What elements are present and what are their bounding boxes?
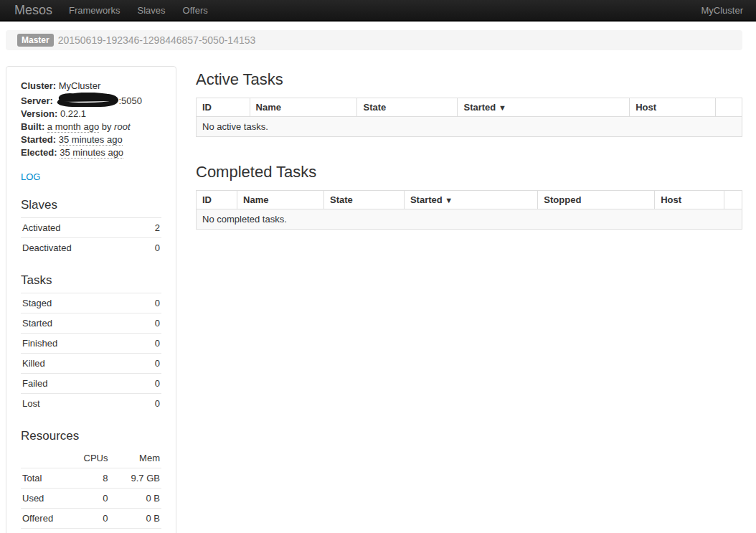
tasks-staged-label: Staged <box>21 293 137 313</box>
slaves-deactivated-value: 0 <box>143 238 161 258</box>
completed-col-started[interactable]: Started ▼ <box>404 191 537 209</box>
table-row: Deactivated 0 <box>21 238 161 258</box>
resources-total-cpus: 8 <box>80 468 109 489</box>
slaves-activated-label: Activated <box>21 218 143 238</box>
active-col-id[interactable]: ID <box>197 98 250 117</box>
version-value: 0.22.1 <box>60 108 86 119</box>
tasks-table: Staged 0 Started 0 Finished 0 Killed 0 F… <box>21 293 161 413</box>
tasks-lost-value: 0 <box>137 394 161 414</box>
resources-idle-label: Idle <box>21 529 80 533</box>
table-row: Activated 2 <box>21 218 161 238</box>
slaves-activated-value: 2 <box>143 218 161 238</box>
table-row: Idle 8 9.7 GB <box>21 529 161 533</box>
tasks-lost-label: Lost <box>21 394 137 414</box>
built-info-line: Built: a month ago by root <box>21 121 161 133</box>
elected-label: Elected: <box>21 147 57 158</box>
active-tasks-title: Active Tasks <box>196 70 742 89</box>
resources-used-mem: 0 B <box>109 489 161 509</box>
slaves-deactivated-label: Deactivated <box>21 238 143 258</box>
table-row: Failed 0 <box>21 374 161 394</box>
master-badge: Master <box>17 34 54 47</box>
sidebar-panel: Cluster: MyCluster Server: :5050 Version… <box>6 66 176 533</box>
completed-col-host[interactable]: Host <box>655 191 724 209</box>
table-row: Total 8 9.7 GB <box>21 468 161 489</box>
server-address-redaction-scribble <box>55 93 118 107</box>
completed-col-id[interactable]: ID <box>197 191 237 209</box>
sort-desc-icon: ▼ <box>499 103 506 112</box>
tasks-section-title: Tasks <box>21 273 161 288</box>
active-col-state[interactable]: State <box>357 98 458 117</box>
resources-section-title: Resources <box>21 429 161 443</box>
tasks-started-value: 0 <box>137 313 161 334</box>
cluster-value: MyCluster <box>59 80 101 91</box>
navbar: Mesos Frameworks Slaves Offers MyCluster <box>0 0 756 22</box>
tasks-started-label: Started <box>21 313 137 334</box>
active-tasks-table: ID Name State Started ▼ Host No active t… <box>196 98 742 137</box>
brand-mesos[interactable]: Mesos <box>14 0 52 21</box>
elected-value: 35 minutes ago <box>60 147 123 159</box>
resources-header-cpus: CPUs <box>80 448 109 468</box>
built-label: Built: <box>21 121 44 132</box>
completed-col-state[interactable]: State <box>324 191 405 209</box>
version-info-line: Version: 0.22.1 <box>21 108 161 121</box>
resources-idle-mem: 9.7 GB <box>109 529 161 533</box>
resources-idle-cpus: 8 <box>80 529 109 533</box>
version-label: Version: <box>21 108 57 119</box>
built-time: a month ago <box>47 121 99 133</box>
tasks-killed-label: Killed <box>21 354 137 374</box>
cluster-info-line: Cluster: MyCluster <box>21 80 161 93</box>
nav-slaves[interactable]: Slaves <box>138 5 166 16</box>
completed-tasks-empty-message: No completed tasks. <box>197 209 742 230</box>
active-col-started[interactable]: Started ▼ <box>458 98 630 117</box>
resources-header-mem: Mem <box>109 448 161 468</box>
server-info-line: Server: :5050 <box>21 93 161 108</box>
built-user: root <box>114 121 130 132</box>
tasks-staged-value: 0 <box>137 293 161 313</box>
table-row: Killed 0 <box>21 354 161 374</box>
table-row: Started 0 <box>21 313 161 334</box>
active-tasks-header-row: ID Name State Started ▼ Host <box>197 98 742 117</box>
resources-offered-cpus: 0 <box>80 509 109 529</box>
resources-header-row: CPUs Mem <box>21 448 161 468</box>
table-row: Used 0 0 B <box>21 489 161 509</box>
started-info-line: Started: 35 minutes ago <box>21 133 161 146</box>
log-link[interactable]: LOG <box>21 171 40 182</box>
master-id: 20150619-192346-1298446857-5050-14153 <box>58 34 256 46</box>
completed-tasks-header-row: ID Name State Started ▼ Stopped Host <box>197 191 742 209</box>
resources-total-mem: 9.7 GB <box>109 468 161 489</box>
resources-table: CPUs Mem Total 8 9.7 GB Used 0 0 B Offer… <box>21 448 161 533</box>
tasks-killed-value: 0 <box>137 354 161 374</box>
table-row: Finished 0 <box>21 334 161 354</box>
navbar-cluster-name: MyCluster <box>701 5 743 16</box>
resources-total-label: Total <box>21 468 80 489</box>
page-content: Cluster: MyCluster Server: :5050 Version… <box>6 66 742 533</box>
table-row: No completed tasks. <box>197 209 742 230</box>
nav-frameworks[interactable]: Frameworks <box>69 5 121 16</box>
active-tasks-empty-message: No active tasks. <box>197 117 742 137</box>
slaves-section-title: Slaves <box>21 198 161 212</box>
sort-desc-icon: ▼ <box>445 196 453 204</box>
tasks-finished-value: 0 <box>137 334 161 354</box>
resources-used-label: Used <box>21 489 80 509</box>
slaves-table: Activated 2 Deactivated 0 <box>21 217 161 258</box>
completed-col-name[interactable]: Name <box>237 191 324 209</box>
table-row: No active tasks. <box>197 117 742 137</box>
server-port: :5050 <box>118 95 142 106</box>
resources-header-spacer <box>21 448 80 468</box>
active-col-actions <box>716 98 742 117</box>
resources-offered-mem: 0 B <box>109 509 161 529</box>
built-by-word: by <box>102 121 112 132</box>
active-col-name[interactable]: Name <box>250 98 357 117</box>
main-content: Active Tasks ID Name State Started ▼ Hos… <box>196 66 742 230</box>
tasks-failed-value: 0 <box>137 374 161 394</box>
resources-offered-label: Offered <box>21 509 80 529</box>
breadcrumb: Master 20150619-192346-1298446857-5050-1… <box>6 30 742 50</box>
tasks-failed-label: Failed <box>21 374 137 394</box>
cluster-label: Cluster: <box>21 80 56 91</box>
completed-col-actions <box>724 191 742 209</box>
completed-tasks-table: ID Name State Started ▼ Stopped Host No … <box>196 190 742 230</box>
nav-offers[interactable]: Offers <box>183 5 208 16</box>
table-row: Staged 0 <box>21 293 161 313</box>
completed-col-stopped[interactable]: Stopped <box>538 191 655 209</box>
active-col-host[interactable]: Host <box>630 98 716 117</box>
